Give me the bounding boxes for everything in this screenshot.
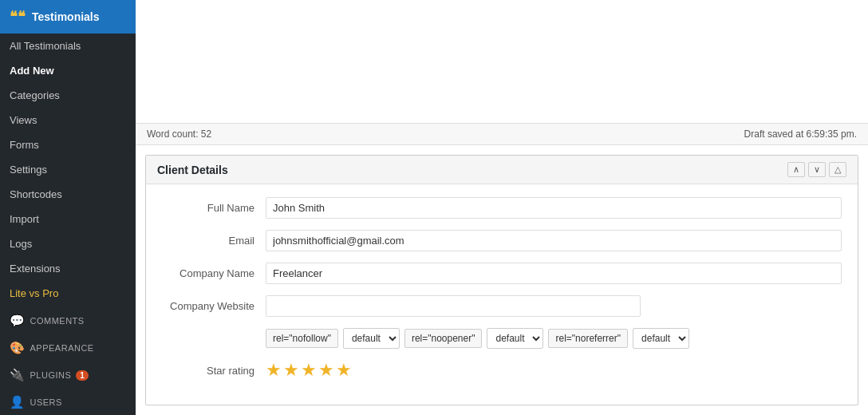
rel-noreferrer-badge: rel="noreferrer" <box>548 329 628 348</box>
sidebar-item-shortcodes[interactable]: Shortcodes <box>0 182 136 207</box>
editor-area <box>136 0 868 123</box>
company-name-label: Company Name <box>162 267 266 279</box>
rel-noreferrer-select[interactable]: default yes no <box>633 328 689 349</box>
comments-icon: 💬 <box>10 314 26 328</box>
star-rating-label: Star rating <box>162 365 266 377</box>
sidebar-item-label: Add New <box>10 65 54 77</box>
sidebar-title: Testimonials <box>32 10 100 23</box>
star-rating-row: Star rating ★★★★★ <box>162 360 842 381</box>
rel-noopener-select[interactable]: default yes no <box>487 328 543 349</box>
rel-row: rel="nofollow" default yes no rel="noope… <box>266 328 689 349</box>
panel-controls: ∧ ∨ △ <box>787 162 846 177</box>
sidebar-item-add-new[interactable]: Add New <box>0 58 136 83</box>
client-details-panel: Client Details ∧ ∨ △ Full Name Email Com… <box>145 155 858 405</box>
sidebar-header: ❝❝ Testimonials <box>0 0 136 34</box>
full-name-row: Full Name <box>162 197 842 219</box>
sidebar-item-label: Extensions <box>10 263 61 275</box>
sidebar-item-lite-vs-pro[interactable]: Lite vs Pro <box>0 281 136 306</box>
appearance-icon: 🎨 <box>10 341 26 355</box>
sidebar-item-label: Logs <box>10 238 32 250</box>
main-content: Word count: 52 Draft saved at 6:59:35 pm… <box>136 0 868 415</box>
panel-header: Client Details ∧ ∨ △ <box>146 156 858 184</box>
sidebar-item-forms[interactable]: Forms <box>0 132 136 157</box>
sidebar-item-label: Forms <box>10 139 39 151</box>
panel-toggle-button[interactable]: △ <box>829 162 846 177</box>
sidebar: ❝❝ Testimonials All Testimonials Add New… <box>0 0 136 415</box>
section-label: Plugins <box>30 370 72 380</box>
quote-icon: ❝❝ <box>10 8 26 26</box>
word-count: Word count: 52 <box>147 128 211 140</box>
sidebar-item-label: Views <box>10 114 37 126</box>
company-website-input[interactable] <box>266 295 641 317</box>
sidebar-item-import[interactable]: Import <box>0 207 136 231</box>
rel-controls-row: rel="nofollow" default yes no rel="noope… <box>162 328 842 349</box>
panel-title: Client Details <box>157 164 228 176</box>
sidebar-section-appearance[interactable]: 🎨 Appearance <box>0 333 136 360</box>
rel-nofollow-badge: rel="nofollow" <box>266 329 338 348</box>
sidebar-item-label: All Testimonials <box>10 40 81 52</box>
email-label: Email <box>162 235 266 247</box>
sidebar-nav: All Testimonials Add New Categories View… <box>0 34 136 306</box>
sidebar-item-logs[interactable]: Logs <box>0 231 136 256</box>
sidebar-section-comments[interactable]: 💬 Comments <box>0 306 136 333</box>
section-label: Users <box>30 397 62 407</box>
full-name-label: Full Name <box>162 202 266 214</box>
section-label: Appearance <box>30 343 94 353</box>
sidebar-item-label: Settings <box>10 164 47 176</box>
star-rating-stars[interactable]: ★★★★★ <box>266 360 353 381</box>
company-name-input[interactable] <box>266 263 842 284</box>
draft-saved: Draft saved at 6:59:35 pm. <box>744 128 857 140</box>
sidebar-item-categories[interactable]: Categories <box>0 83 136 108</box>
sidebar-item-label: Import <box>10 213 39 225</box>
sidebar-item-views[interactable]: Views <box>0 108 136 132</box>
panel-collapse-down-button[interactable]: ∨ <box>808 162 826 177</box>
rel-noopener-badge: rel="noopener" <box>404 329 483 348</box>
full-name-input[interactable] <box>266 197 842 219</box>
sidebar-item-all-testimonials[interactable]: All Testimonials <box>0 34 136 58</box>
form-body: Full Name Email Company Name Company Web… <box>146 184 858 405</box>
sidebar-item-label: Categories <box>10 89 60 101</box>
sidebar-item-label: Lite vs Pro <box>10 287 58 299</box>
rel-nofollow-select[interactable]: default yes no <box>343 328 400 349</box>
email-row: Email <box>162 230 842 251</box>
sidebar-section-users[interactable]: 👤 Users <box>0 387 136 414</box>
sidebar-item-extensions[interactable]: Extensions <box>0 256 136 281</box>
email-input[interactable] <box>266 230 842 251</box>
company-website-label: Company Website <box>162 300 266 312</box>
sidebar-item-settings[interactable]: Settings <box>0 157 136 182</box>
company-website-row: Company Website <box>162 295 842 317</box>
plugins-icon: 🔌 <box>10 368 26 382</box>
sidebar-item-label: Shortcodes <box>10 188 62 200</box>
panel-collapse-up-button[interactable]: ∧ <box>787 162 805 177</box>
users-icon: 👤 <box>10 395 26 409</box>
plugins-badge: 1 <box>76 370 89 381</box>
section-label: Comments <box>30 316 85 326</box>
sidebar-section-plugins[interactable]: 🔌 Plugins 1 <box>0 360 136 387</box>
word-count-bar: Word count: 52 Draft saved at 6:59:35 pm… <box>136 123 868 145</box>
company-name-row: Company Name <box>162 263 842 284</box>
